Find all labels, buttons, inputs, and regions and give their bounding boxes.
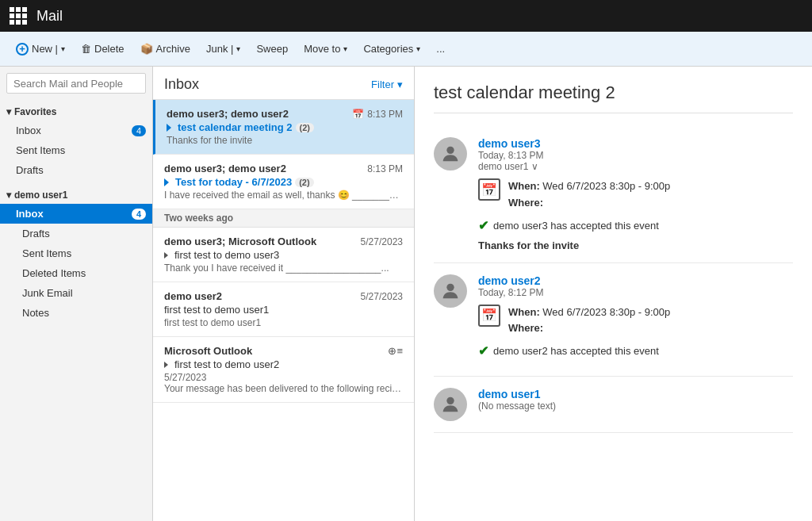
- email-time-5: ⊕≡: [388, 345, 403, 357]
- categories-chevron: ▾: [416, 44, 420, 53]
- sidebar-item-acc-drafts[interactable]: Drafts: [0, 224, 152, 243]
- email-list: Inbox Filter ▾ demo user3; demo user2 📅 …: [153, 67, 415, 521]
- sweep-label: Sweep: [256, 43, 288, 55]
- msg-accepted-1: ✔ demo user3 has accepted this event: [478, 218, 793, 233]
- moveto-chevron: ▾: [343, 44, 347, 53]
- app-title: Mail: [36, 8, 63, 25]
- email-sender-2: demo user3; demo user2: [164, 163, 286, 174]
- more-button[interactable]: ...: [430, 40, 451, 58]
- email-preview-3: Thank you I have received it ___________…: [164, 262, 403, 274]
- email-time-2: 8:13 PM: [367, 163, 403, 174]
- junk-chevron: ▾: [236, 44, 240, 53]
- cal-details-2: When: Wed 6/7/2023 8:30p - 9:00p Where:: [508, 305, 670, 338]
- delete-button[interactable]: 🗑 Delete: [75, 40, 131, 58]
- thanks-text-1: Thanks for the invite: [478, 239, 793, 251]
- avatar-1: [434, 137, 467, 170]
- sidebar-item-fav-sent[interactable]: Sent Items: [0, 140, 152, 160]
- svg-point-2: [446, 397, 454, 404]
- inbox-title: Inbox: [164, 76, 199, 93]
- detail-pane: test calendar meeting 2 demo user3 Today…: [415, 67, 812, 521]
- waffle-icon[interactable]: [10, 7, 27, 25]
- email-items: demo user3; demo user2 📅 8:13 PM test ca…: [153, 100, 414, 521]
- sidebar-item-fav-drafts[interactable]: Drafts: [0, 160, 152, 180]
- sidebar-item-acc-sent[interactable]: Sent Items: [0, 243, 152, 263]
- msg-accepted-2: ✔ demo user2 has accepted this event: [478, 343, 793, 358]
- sidebar-item-fav-inbox[interactable]: Inbox 4: [0, 121, 152, 140]
- email-subject-1: test calendar meeting 2 (2): [167, 121, 403, 133]
- email-item-1[interactable]: demo user3; demo user2 📅 8:13 PM test ca…: [153, 100, 414, 155]
- junk-label: Junk |: [206, 43, 233, 55]
- fav-inbox-badge: 4: [132, 125, 146, 136]
- msg-time-2: Today, 8:12 PM: [478, 287, 793, 298]
- chevron-down-icon-2: ▾: [6, 190, 11, 201]
- search-input[interactable]: [13, 78, 147, 90]
- avatar-3: [434, 388, 467, 421]
- msg-time-3: (No message text): [478, 400, 793, 412]
- move-to-label: Move to: [304, 43, 340, 55]
- calendar-icon-small: 📅: [352, 109, 364, 120]
- new-icon: +: [16, 43, 29, 56]
- email-sender-1: demo user3; demo user2: [167, 108, 289, 120]
- sidebar-item-acc-junk[interactable]: Junk Email: [0, 283, 152, 303]
- categories-label: Categories: [363, 43, 413, 55]
- msg-time-1: Today, 8:13 PM: [478, 150, 793, 161]
- new-button[interactable]: + New | ▾: [10, 40, 71, 59]
- sidebar-item-acc-inbox[interactable]: Inbox 4: [0, 204, 152, 224]
- archive-icon: 📦: [140, 43, 153, 55]
- email-item-2[interactable]: demo user3; demo user2 8:13 PM Test for …: [153, 155, 414, 209]
- email-list-header: Inbox Filter ▾: [153, 67, 414, 100]
- email-count-2: (2): [295, 178, 313, 187]
- toolbar: + New | ▾ 🗑 Delete 📦 Archive Junk | ▾ Sw…: [0, 32, 812, 67]
- email-time-4: 5/27/2023: [361, 291, 403, 302]
- sidebar: 🔍 ▾ Favorites Inbox 4 Sent Items Drafts …: [0, 67, 153, 521]
- msg-calendar-2: 📅 When: Wed 6/7/2023 8:30p - 9:00p Where…: [478, 305, 793, 338]
- junk-button[interactable]: Junk | ▾: [200, 40, 247, 58]
- sidebar-item-acc-deleted[interactable]: Deleted Items: [0, 263, 152, 283]
- calendar-icon-1: 📅: [478, 178, 500, 201]
- email-item-4[interactable]: demo user2 5/27/2023 first test to demo …: [153, 282, 414, 337]
- accepted-text-2: demo user2 has accepted this event: [493, 345, 659, 357]
- email-sender-3: demo user3; Microsoft Outlook: [164, 236, 316, 247]
- accepted-text-1: demo user3 has accepted this event: [493, 220, 659, 232]
- email-subject-2: Test for today - 6/7/2023 (2): [164, 176, 403, 188]
- sweep-button[interactable]: Sweep: [250, 40, 294, 58]
- detail-title: test calendar meeting 2: [434, 82, 793, 113]
- search-bar[interactable]: 🔍: [6, 73, 146, 94]
- email-preview-4: first test to demo user1: [164, 317, 403, 328]
- svg-point-1: [446, 283, 454, 290]
- email-sender-5: Microsoft Outlook: [164, 345, 252, 357]
- email-preview-2: I have received the email as well, thank…: [164, 190, 403, 201]
- section-label-two-weeks: Two weeks ago: [153, 209, 414, 228]
- msg-sender-3: demo user1: [478, 388, 793, 400]
- archive-label: Archive: [156, 43, 190, 55]
- message-body-2: demo user2 Today, 8:12 PM 📅 When: Wed 6/…: [478, 274, 793, 366]
- email-preview-1: Thanks for the invite: [167, 135, 403, 146]
- favorites-group[interactable]: ▾ Favorites: [0, 103, 152, 121]
- email-item-5[interactable]: Microsoft Outlook ⊕≡ first test to demo …: [153, 337, 414, 403]
- delete-label: Delete: [94, 43, 124, 55]
- msg-sender-2: demo user2: [478, 274, 793, 287]
- new-label: New |: [32, 43, 58, 55]
- top-bar: Mail: [0, 0, 812, 32]
- acc-inbox-badge: 4: [132, 209, 146, 220]
- email-sender-4: demo user2: [164, 290, 222, 302]
- favorites-label: Favorites: [14, 106, 56, 117]
- move-to-button[interactable]: Move to ▾: [297, 40, 354, 58]
- account-group[interactable]: ▾ demo user1: [0, 186, 152, 204]
- msg-sender-1: demo user3: [478, 137, 793, 150]
- message-card-3: demo user1 (No message text): [434, 377, 793, 433]
- account-section: ▾ demo user1 Inbox 4 Drafts Sent Items D…: [0, 183, 152, 326]
- email-count-1: (2): [296, 123, 314, 132]
- sidebar-item-acc-notes[interactable]: Notes: [0, 303, 152, 323]
- email-date-5: 5/27/2023: [164, 372, 403, 383]
- categories-button[interactable]: Categories ▾: [357, 40, 427, 58]
- email-item-3[interactable]: demo user3; Microsoft Outlook 5/27/2023 …: [153, 228, 414, 282]
- archive-button[interactable]: 📦 Archive: [134, 40, 197, 58]
- favorites-section: ▾ Favorites Inbox 4 Sent Items Drafts: [0, 100, 152, 183]
- message-body-1: demo user3 Today, 8:13 PM demo user1 ∨ 📅…: [478, 137, 793, 251]
- main-layout: 🔍 ▾ Favorites Inbox 4 Sent Items Drafts …: [0, 67, 812, 521]
- check-icon-1: ✔: [478, 218, 488, 233]
- avatar-2: [434, 274, 467, 308]
- filter-button[interactable]: Filter ▾: [371, 79, 403, 90]
- email-subject-4: first test to demo user1: [164, 304, 403, 316]
